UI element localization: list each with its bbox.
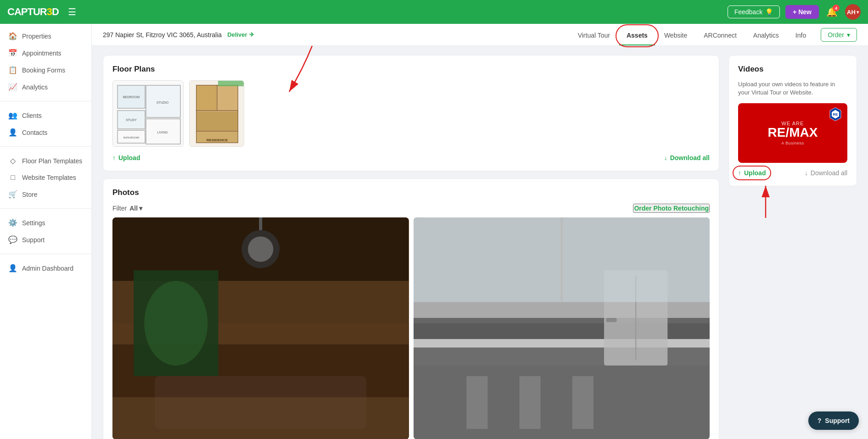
admin-icon: 👤 xyxy=(8,264,17,272)
floor-plans-upload-btn[interactable]: ↑ Upload xyxy=(112,154,140,161)
floor-plan-sketch[interactable]: BEDROOM STUDY STUDIO LIVING BATHROOM xyxy=(112,80,184,147)
new-button[interactable]: + New xyxy=(785,5,819,19)
sidebar-item-store[interactable]: 🛒 Store xyxy=(0,186,91,203)
support-icon: 💬 xyxy=(8,235,17,244)
floor-plan-icon: ◇ xyxy=(8,156,17,165)
tab-virtual-tour[interactable]: Virtual Tour xyxy=(571,26,617,45)
tab-info[interactable]: Info xyxy=(788,26,813,45)
sidebar-bottom-section: ⚙️ Settings 💬 Support xyxy=(0,211,91,252)
sidebar-item-settings[interactable]: ⚙️ Settings xyxy=(0,214,91,231)
sidebar-item-properties[interactable]: 🏠 Properties xyxy=(0,28,91,44)
svg-text:RESIDENCE: RESIDENCE xyxy=(207,138,228,142)
sidebar-item-admin-dashboard[interactable]: 👤 Admin Dashboard xyxy=(0,260,91,277)
settings-icon: ⚙️ xyxy=(8,218,17,227)
sidebar-item-clients[interactable]: 👥 Clients xyxy=(0,107,91,124)
sidebar-label-website-templates: Website Templates xyxy=(22,174,76,181)
floor-plan-colored[interactable]: RESIDENCE xyxy=(189,80,244,147)
sidebar-label-store: Store xyxy=(22,191,37,198)
floor-plan-images: BEDROOM STUDY STUDIO LIVING BATHROOM xyxy=(112,80,710,147)
sidebar-item-website-templates[interactable]: □ Website Templates xyxy=(0,169,91,186)
app-logo: CAPTUR3D xyxy=(7,6,59,18)
clients-icon: 👥 xyxy=(8,111,17,120)
svg-rect-19 xyxy=(218,85,238,111)
sidebar-label-properties: Properties xyxy=(22,33,51,40)
videos-upload-btn[interactable]: ↑ Upload xyxy=(738,169,766,177)
top-navigation: CAPTUR3D ☰ Feedback 💡 + New 🔔 4 AH ▾ xyxy=(0,0,868,24)
feedback-button[interactable]: Feedback 💡 xyxy=(728,6,780,18)
sidebar-label-booking-forms: Booking Forms xyxy=(22,67,65,74)
sidebar-label-contacts: Contacts xyxy=(22,129,47,136)
filter-chevron-icon: ▾ xyxy=(139,205,142,212)
svg-rect-47 xyxy=(466,376,487,429)
sidebar-item-contacts[interactable]: 👤 Contacts xyxy=(0,124,91,141)
remax-subtitle-text: A Business xyxy=(781,141,804,145)
svg-text:BEDROOM: BEDROOM xyxy=(123,95,140,99)
videos-title: Videos xyxy=(738,65,847,74)
videos-upload-wrap: ↑ Upload xyxy=(738,169,766,177)
videos-description: Upload your own videos to feature in you… xyxy=(738,80,847,97)
upload-arrow-icon: ↑ xyxy=(738,169,741,177)
tab-analytics[interactable]: Analytics xyxy=(746,26,786,45)
svg-text:STUDIO: STUDIO xyxy=(157,101,169,104)
content-left: Floor Plans xyxy=(103,55,719,439)
sidebar-item-appointments[interactable]: 📅 Appointments xyxy=(0,44,91,61)
deliver-button[interactable]: Deliver ✈ xyxy=(227,31,254,38)
order-button[interactable]: Order ▾ xyxy=(821,28,857,42)
logo-accent: 3 xyxy=(47,6,52,17)
home-icon: 🏠 xyxy=(8,32,17,40)
content-right: Videos Upload your own videos to feature… xyxy=(728,55,857,186)
question-circle-icon: ? xyxy=(818,417,822,424)
photo-thumb-2[interactable] xyxy=(414,217,710,439)
subnav-tabs: Virtual Tour Assets Website ARConnect An… xyxy=(571,25,814,44)
contacts-icon: 👤 xyxy=(8,128,17,137)
sidebar-admin-section: 👤 Admin Dashboard xyxy=(0,256,91,280)
svg-rect-44 xyxy=(606,318,616,322)
sidebar-item-analytics[interactable]: 📈 Analytics xyxy=(0,78,91,95)
svg-point-34 xyxy=(144,281,207,365)
analytics-icon: 📈 xyxy=(8,83,17,91)
sidebar-item-booking-forms[interactable]: 📋 Booking Forms xyxy=(0,61,91,78)
remax-brand-text: RE/MAX xyxy=(768,126,818,139)
svg-text:LIVING: LIVING xyxy=(157,131,168,134)
remax-we-are-text: WE ARE xyxy=(782,121,804,126)
sidebar-label-settings: Settings xyxy=(22,219,45,227)
tab-arconnect[interactable]: ARConnect xyxy=(696,26,744,45)
store-icon: 🛒 xyxy=(8,190,17,199)
photos-card: Photos Filter All ▾ Order Photo Retouchi… xyxy=(103,178,719,439)
svg-rect-36 xyxy=(112,397,409,439)
download-arrow-icon: ↓ xyxy=(805,169,808,177)
filter-all-dropdown[interactable]: All ▾ xyxy=(129,205,142,212)
notifications-bell[interactable]: 🔔 4 xyxy=(824,5,840,19)
download-icon: ↓ xyxy=(664,154,667,161)
photo-thumb-1[interactable] xyxy=(112,217,409,439)
remax-banner-content: WE ARE RE/MAX A Business xyxy=(768,121,818,145)
notification-badge: 4 xyxy=(833,5,840,11)
main-content: 297 Napier St, Fitzroy VIC 3065, Austral… xyxy=(92,24,868,439)
svg-text:STUDY: STUDY xyxy=(126,118,137,122)
photos-filter: Filter All ▾ xyxy=(112,205,142,212)
upload-arrow-annotation xyxy=(752,181,779,222)
svg-rect-49 xyxy=(572,376,593,429)
sidebar-item-support[interactable]: 💬 Support xyxy=(0,231,91,248)
website-icon: □ xyxy=(8,173,17,182)
sidebar-item-floor-plan-templates[interactable]: ◇ Floor Plan Templates xyxy=(0,152,91,169)
deliver-icon: ✈ xyxy=(249,31,254,38)
svg-rect-18 xyxy=(196,85,217,111)
floor-plans-download-btn[interactable]: ↓ Download all xyxy=(664,154,710,161)
floor-plans-card: Floor Plans xyxy=(103,55,719,171)
svg-rect-48 xyxy=(519,376,540,429)
tab-website[interactable]: Website xyxy=(657,26,694,45)
order-retouching-btn[interactable]: Order Photo Retouching xyxy=(633,204,710,213)
sidebar-label-analytics: Analytics xyxy=(22,83,48,91)
hamburger-menu[interactable]: ☰ xyxy=(68,6,76,17)
support-button[interactable]: ? Support xyxy=(808,411,859,430)
svg-rect-20 xyxy=(196,111,238,131)
upload-icon: ↑ xyxy=(112,154,116,161)
videos-download-btn[interactable]: ↓ Download all xyxy=(805,169,847,177)
videos-actions: ↑ Upload ↓ Download all xyxy=(738,169,847,177)
user-avatar[interactable]: AH ▾ xyxy=(845,4,861,20)
svg-rect-22 xyxy=(218,81,244,86)
tab-assets[interactable]: Assets xyxy=(619,26,655,45)
sidebar-label-floor-plan-templates: Floor Plan Templates xyxy=(22,157,82,165)
feedback-label: Feedback xyxy=(734,8,762,16)
